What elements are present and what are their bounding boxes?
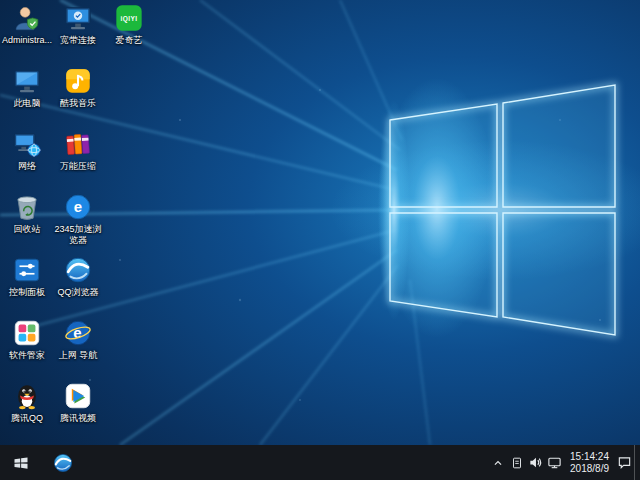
tencent-video-icon xyxy=(63,381,93,411)
taskbar-qq-browser-button[interactable] xyxy=(42,445,84,480)
recycle-bin-icon xyxy=(12,192,42,222)
desktop-icon-label: 控制面板 xyxy=(9,287,45,298)
desktop-icon-label: 软件管家 xyxy=(9,350,45,361)
desktop-icon-iqiyi[interactable]: 爱奇艺 xyxy=(104,3,154,65)
desktop-icon-label: 酷我音乐 xyxy=(60,98,96,109)
software-manager-icon xyxy=(12,318,42,348)
desktop-icon-label: 万能压缩 xyxy=(60,161,96,172)
volume-button[interactable] xyxy=(526,445,545,480)
desktop-icon-label: 2345加速浏览器 xyxy=(53,224,103,246)
desktop-icon-grid: Administra... 此电脑 网络 回收站 控制面板 软件管家 xyxy=(2,3,154,443)
desktop-icon-software-manager[interactable]: 软件管家 xyxy=(2,318,52,380)
windows-start-icon xyxy=(13,455,29,471)
desktop-icon-label: Administra... xyxy=(2,35,52,46)
desktop-icon-label: 腾讯QQ xyxy=(11,413,43,424)
browser-e-icon xyxy=(63,192,93,222)
taskbar-empty-area xyxy=(84,445,488,480)
desktop-icon-recycle-bin[interactable]: 回收站 xyxy=(2,192,52,254)
desktop-icon-label: 宽带连接 xyxy=(60,35,96,46)
volume-icon xyxy=(528,455,543,470)
administrator-icon xyxy=(12,3,42,33)
desktop-icon-administrator[interactable]: Administra... xyxy=(2,3,52,65)
desktop-icon-qq-browser[interactable]: QQ浏览器 xyxy=(53,255,103,317)
desktop-icon-network[interactable]: 网络 xyxy=(2,129,52,191)
qq-penguin-icon xyxy=(12,381,42,411)
tray-document-button[interactable] xyxy=(507,445,526,480)
show-desktop-button[interactable] xyxy=(634,445,640,480)
iqiyi-icon xyxy=(114,3,144,33)
desktop-icon-web-navigation[interactable]: 上网 导航 xyxy=(53,318,103,380)
desktop-icon-tencent-qq[interactable]: 腾讯QQ xyxy=(2,381,52,443)
kuwo-music-icon xyxy=(63,66,93,96)
network-icon xyxy=(547,455,562,470)
qq-browser-icon xyxy=(63,255,93,285)
document-icon xyxy=(510,456,524,470)
desktop-icon-kuwo-music[interactable]: 酷我音乐 xyxy=(53,66,103,128)
windows-desktop-screen: Administra... 此电脑 网络 回收站 控制面板 软件管家 xyxy=(0,0,640,480)
action-center-button[interactable] xyxy=(615,445,634,480)
broadband-icon xyxy=(63,3,93,33)
system-tray: 15:14:24 2018/8/9 xyxy=(488,445,640,480)
desktop-icon-label: 此电脑 xyxy=(14,98,41,109)
taskbar: 15:14:24 2018/8/9 xyxy=(0,445,640,480)
desktop: Administra... 此电脑 网络 回收站 控制面板 软件管家 xyxy=(0,0,640,445)
zip-archive-icon xyxy=(63,129,93,159)
action-center-icon xyxy=(617,455,632,470)
desktop-icon-label: 上网 导航 xyxy=(59,350,98,361)
tray-expand-button[interactable] xyxy=(488,445,507,480)
desktop-icon-wanneng-zip[interactable]: 万能压缩 xyxy=(53,129,103,191)
desktop-icon-label: 爱奇艺 xyxy=(116,35,143,46)
start-button[interactable] xyxy=(0,445,42,480)
clock-time: 15:14:24 xyxy=(570,451,609,463)
desktop-icon-label: 腾讯视频 xyxy=(60,413,96,424)
this-pc-icon xyxy=(12,66,42,96)
desktop-icon-control-panel[interactable]: 控制面板 xyxy=(2,255,52,317)
desktop-icon-label: 网络 xyxy=(18,161,36,172)
desktop-icon-tencent-video[interactable]: 腾讯视频 xyxy=(53,381,103,443)
network-places-icon xyxy=(12,129,42,159)
control-panel-icon xyxy=(12,255,42,285)
taskbar-clock[interactable]: 15:14:24 2018/8/9 xyxy=(564,451,615,475)
desktop-icon-label: 回收站 xyxy=(14,224,41,235)
network-button[interactable] xyxy=(545,445,564,480)
desktop-icon-2345-browser[interactable]: 2345加速浏览器 xyxy=(53,192,103,254)
qq-browser-icon xyxy=(52,452,74,474)
clock-date: 2018/8/9 xyxy=(570,463,609,475)
desktop-icon-broadband[interactable]: 宽带连接 xyxy=(53,3,103,65)
chevron-up-icon xyxy=(491,456,505,470)
desktop-icon-label: QQ浏览器 xyxy=(57,287,98,298)
desktop-icon-this-pc[interactable]: 此电脑 xyxy=(2,66,52,128)
navigation-e-icon xyxy=(63,318,93,348)
